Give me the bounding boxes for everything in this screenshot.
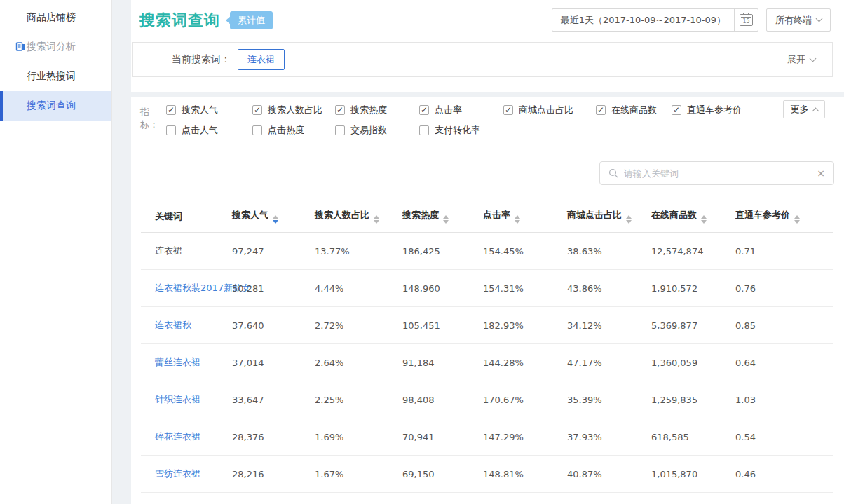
chevron-down-icon <box>810 55 817 62</box>
indicator-checkbox[interactable]: 点击人气 <box>166 124 252 137</box>
column-header-label: 直通车参考价 <box>735 210 790 220</box>
keyword-link[interactable]: 连衣裙秋 <box>155 320 191 330</box>
metric-cell: 37,014 <box>232 344 315 381</box>
keyword-search-box: × <box>599 161 834 185</box>
column-header[interactable]: 在线商品数 <box>651 200 735 233</box>
metric-cell: 28,216 <box>232 456 315 493</box>
indicator-checkbox-label: 搜索热度 <box>350 104 387 116</box>
keyword-link[interactable]: 雪纺连衣裙 <box>155 468 200 479</box>
checkbox-unchecked-icon <box>335 125 345 135</box>
sort-icon <box>794 215 800 224</box>
checkbox-checked-icon: ✓ <box>419 105 429 115</box>
metric-cell: 12,574,874 <box>651 233 735 270</box>
metric-cell: 148,960 <box>402 270 483 307</box>
metric-cell: 33,647 <box>232 381 315 418</box>
sidebar-item-4[interactable]: 搜索词查询 <box>0 91 111 121</box>
table-row: 连衣裙秋37,6402.72%105,451182.93%34.12%5,369… <box>141 307 833 344</box>
metric-cell: 1.67% <box>315 456 402 493</box>
sidebar-item-3[interactable]: 行业热搜词 <box>0 62 111 91</box>
table-body: 连衣裙97,24713.77%186,425154.45%38.63%12,57… <box>141 233 833 493</box>
expand-toggle[interactable]: 展开 <box>787 53 815 66</box>
column-header[interactable]: 商城点击占比 <box>567 200 651 233</box>
indicator-checkbox[interactable]: 交易指数 <box>335 124 419 137</box>
table-row: 碎花连衣裙28,3761.69%70,941147.29%37.93%618,5… <box>141 418 833 456</box>
column-header[interactable]: 搜索人气 <box>232 200 315 233</box>
metric-cell: 40.87% <box>567 456 651 493</box>
sort-icon <box>273 215 278 224</box>
indicator-checkbox[interactable]: ✓搜索人气 <box>166 104 252 116</box>
metric-cell: 0.85 <box>735 307 833 344</box>
terminal-select[interactable]: 所有终端 <box>766 8 831 32</box>
metric-cell: 2.72% <box>315 307 402 344</box>
checkbox-checked-icon: ✓ <box>335 105 345 115</box>
calendar-button[interactable]: 15 <box>734 9 758 31</box>
column-header[interactable]: 搜索人数占比 <box>315 200 402 233</box>
expand-label: 展开 <box>787 53 805 66</box>
header: 搜索词查询 累计值 最近1天（2017-10-09~2017-10-09） 15… <box>131 0 844 92</box>
checkbox-checked-icon: ✓ <box>672 105 681 115</box>
column-header[interactable]: 点击率 <box>483 200 567 233</box>
column-header[interactable]: 搜索热度 <box>402 200 483 233</box>
checkbox-checked-icon: ✓ <box>503 105 513 115</box>
table-row: 连衣裙97,24713.77%186,425154.45%38.63%12,57… <box>141 233 833 270</box>
metric-cell: 98,408 <box>402 381 483 418</box>
checkbox-checked-icon: ✓ <box>166 105 176 115</box>
sort-icon <box>626 215 632 224</box>
indicator-checkbox[interactable]: ✓直通车参考价 <box>672 104 742 116</box>
keyword-link[interactable]: 碎花连衣裙 <box>155 431 200 442</box>
indicator-checkbox[interactable]: 支付转化率 <box>419 124 503 137</box>
metric-cell: 182.93% <box>483 307 567 344</box>
indicator-checkbox[interactable]: ✓搜索人数占比 <box>252 104 335 116</box>
metric-cell: 13.77% <box>315 233 402 270</box>
indicator-section-label: 指标： <box>140 106 166 137</box>
metric-cell: 154.45% <box>483 233 567 270</box>
metric-cell: 0.76 <box>735 270 833 307</box>
keyword-text: 连衣裙 <box>141 233 232 270</box>
more-button[interactable]: 更多 <box>783 100 825 118</box>
cumulative-value-badge: 累计值 <box>230 11 273 29</box>
metric-cell: 5,369,877 <box>651 307 735 344</box>
checkbox-unchecked-icon <box>252 125 262 135</box>
indicator-checkbox-label: 搜索人气 <box>182 104 218 116</box>
indicator-checkbox[interactable]: 点击热度 <box>252 124 335 137</box>
indicator-checkbox[interactable]: ✓商城点击占比 <box>503 104 596 116</box>
clear-icon[interactable]: × <box>811 168 825 179</box>
sort-icon <box>701 215 707 224</box>
current-term-tag[interactable]: 连衣裙 <box>238 49 285 70</box>
current-term-label: 当前搜索词： <box>172 53 231 66</box>
keyword-search-input[interactable] <box>624 168 811 179</box>
metric-cell: 0.64 <box>735 344 833 381</box>
title-row: 搜索词查询 累计值 <box>139 10 273 31</box>
metric-cell: 1,259,835 <box>651 381 735 418</box>
indicator-checkbox[interactable]: ✓在线商品数 <box>596 104 672 116</box>
metric-cell: 47.17% <box>567 344 651 381</box>
checkbox-checked-icon: ✓ <box>596 105 606 115</box>
metric-cell: 1,015,870 <box>651 456 735 493</box>
sidebar-item-label: 行业热搜词 <box>27 70 76 83</box>
metric-cell: 144.28% <box>483 344 567 381</box>
table-row: 蕾丝连衣裙37,0142.64%91,184144.28%47.17%1,360… <box>141 344 833 381</box>
keyword-link[interactable]: 蕾丝连衣裙 <box>155 357 200 367</box>
header-controls: 最近1天（2017-10-09~2017-10-09） 15 所有终端 <box>552 8 831 32</box>
table-header-row: 关键词搜索人气搜索人数占比搜索热度点击率商城点击占比在线商品数直通车参考价 <box>141 200 833 233</box>
indicator-checkbox-label: 搜索人数占比 <box>268 104 322 116</box>
indicator-checkbox-grid: ✓搜索人气✓搜索人数占比✓搜索热度✓点击率✓商城点击占比✓在线商品数✓直通车参考… <box>166 104 742 137</box>
keywords-table: 关键词搜索人气搜索人数占比搜索热度点击率商城点击占比在线商品数直通车参考价 连衣… <box>141 200 833 493</box>
sidebar-item-1[interactable]: 商品店铺榜 <box>0 3 111 32</box>
indicator-checkbox[interactable]: ✓点击率 <box>419 104 503 116</box>
metric-cell: 50,281 <box>232 270 315 307</box>
metric-cell: 105,451 <box>402 307 483 344</box>
indicator-section: 指标： ✓搜索人气✓搜索人数占比✓搜索热度✓点击率✓商城点击占比✓在线商品数✓直… <box>140 104 742 137</box>
sidebar-item-2[interactable]: 搜索词分析 <box>0 32 111 62</box>
metric-cell: 38.63% <box>567 233 651 270</box>
sort-icon <box>515 215 520 224</box>
keyword-link[interactable]: 针织连衣裙 <box>155 394 200 404</box>
indicator-checkbox-label: 商城点击占比 <box>519 104 573 116</box>
date-range-picker[interactable]: 最近1天（2017-10-09~2017-10-09） 15 <box>552 8 758 32</box>
indicator-checkbox[interactable]: ✓搜索热度 <box>335 104 419 116</box>
metric-cell: 91,184 <box>402 344 483 381</box>
metric-cell: 1.03 <box>735 381 833 418</box>
metric-cell: 618,585 <box>651 418 735 456</box>
date-range-text: 最近1天（2017-10-09~2017-10-09） <box>552 14 734 27</box>
column-header[interactable]: 直通车参考价 <box>735 200 833 233</box>
